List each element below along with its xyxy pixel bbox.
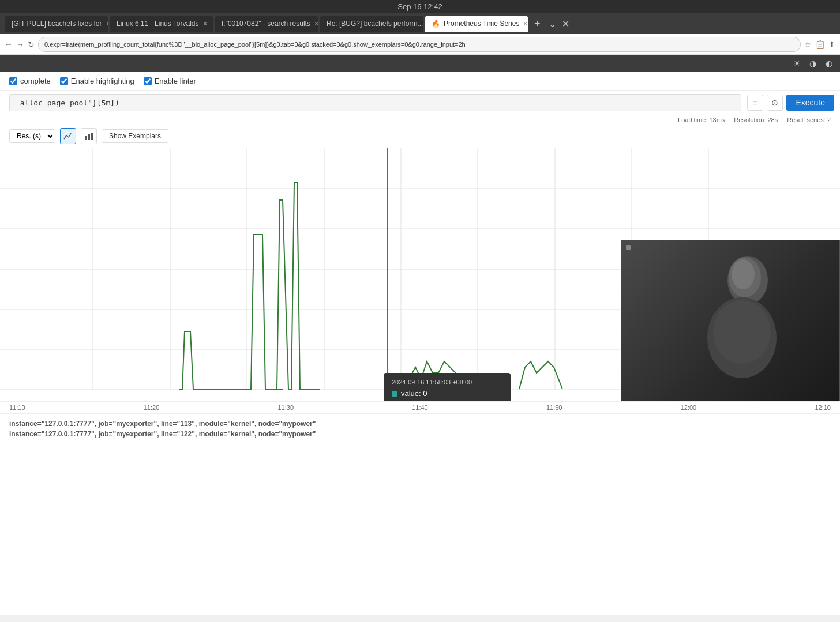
- autocomplete-checkbox[interactable]: [9, 77, 17, 85]
- close-window-button[interactable]: ✕: [562, 18, 569, 29]
- bookmark-button[interactable]: ☆: [804, 40, 812, 49]
- linter-label: Enable linter: [155, 77, 196, 85]
- theme-contrast-icon[interactable]: ◐: [823, 57, 835, 70]
- page-content: complete Enable highlighting Enable lint…: [0, 72, 840, 615]
- highlighting-checkbox[interactable]: [60, 77, 68, 85]
- format-button[interactable]: ≡: [747, 95, 763, 111]
- video-indicator: [626, 245, 631, 250]
- new-tab-button[interactable]: +: [530, 18, 545, 30]
- title-bar: Sep 16 12:42: [0, 0, 840, 13]
- prometheus-fire-icon: 🔥: [432, 20, 440, 28]
- series-list: instance="127.0.0.1:7777", job="myexport…: [0, 414, 840, 444]
- theme-light-icon[interactable]: ☀: [790, 57, 803, 70]
- query-input-wrapper[interactable]: _alloc_page_pool"}[5m]): [9, 94, 741, 111]
- series-text-2: instance="127.0.0.1:7777", job="myexport…: [9, 430, 316, 438]
- reading-list-button[interactable]: 📋: [815, 40, 825, 49]
- tab-4-label: Re: [BUG?] bcachefs perform...: [327, 20, 423, 28]
- load-time: Load time: 13ms: [678, 116, 725, 123]
- controls-bar: Res. (s) Show Exemplars: [0, 125, 840, 148]
- svg-rect-0: [85, 136, 87, 140]
- bar-chart-icon: [84, 131, 93, 141]
- tab-2-close[interactable]: ✕: [202, 20, 208, 28]
- resolution: Resolution: 28s: [734, 116, 778, 123]
- address-bar: ← → ↻ ☆ 📋 ⬆: [0, 34, 840, 55]
- time-label-1150: 11:50: [546, 404, 562, 411]
- time-axis: 11:10 11:20 11:30 11:40 11:50 12:00 12:1…: [0, 402, 840, 414]
- chart-container: + 2024-09-16 11:58:03 +08:00 value: 0 Se…: [0, 148, 840, 402]
- tab-2[interactable]: Linux 6.11 - Linus Torvalds ✕: [110, 16, 213, 32]
- tab-3[interactable]: f:"00107082" - search results ✕: [215, 16, 318, 32]
- browser-toolbar: ☀ ◑ ◐: [0, 55, 840, 72]
- line-chart-button[interactable]: [60, 128, 76, 144]
- show-exemplars-button[interactable]: Show Exemplars: [102, 129, 168, 143]
- execute-button[interactable]: Execute: [786, 95, 834, 111]
- forward-button[interactable]: →: [16, 40, 24, 49]
- autocomplete-option: complete: [9, 77, 51, 85]
- browser-window: Sep 16 12:42 [GIT PULL] bcachefs fixes f…: [0, 0, 840, 72]
- tooltip-time: 2024-09-16 11:58:03 +08:00: [392, 379, 502, 386]
- autocomplete-label: complete: [20, 77, 51, 85]
- result-series: Result series: 2: [787, 116, 831, 123]
- highlighting-option: Enable highlighting: [60, 77, 134, 85]
- share-button[interactable]: ⬆: [828, 40, 835, 49]
- tab-5-prometheus[interactable]: 🔥 Prometheus Time Series ✕: [425, 16, 528, 32]
- tooltip-color-dot: [392, 391, 397, 397]
- svg-point-22: [713, 300, 771, 364]
- tab-3-label: f:"00107082" - search results: [222, 20, 310, 28]
- query-text: _alloc_page_pool"}[5m]): [16, 99, 119, 107]
- chart-tooltip: 2024-09-16 11:58:03 +08:00 value: 0 Seri…: [384, 373, 511, 402]
- time-label-1120: 11:20: [144, 404, 160, 411]
- svg-rect-2: [91, 133, 93, 140]
- theme-dark-icon[interactable]: ◑: [807, 57, 819, 70]
- series-text-1: instance="127.0.0.1:7777", job="myexport…: [9, 420, 316, 428]
- linter-option: Enable linter: [144, 77, 196, 85]
- person-silhouette: [673, 246, 788, 395]
- time-label-1140: 11:40: [412, 404, 428, 411]
- tab-1-close[interactable]: ✕: [106, 20, 108, 28]
- video-overlay: [621, 240, 840, 401]
- tab-5-label: Prometheus Time Series: [444, 20, 519, 28]
- series-item-1: instance="127.0.0.1:7777", job="myexport…: [9, 419, 831, 429]
- tab-3-close[interactable]: ✕: [314, 20, 318, 28]
- time-label-1130: 11:30: [278, 404, 294, 411]
- tab-overflow-button[interactable]: ⌄: [546, 18, 558, 29]
- highlighting-label: Enable highlighting: [71, 77, 134, 85]
- back-button[interactable]: ←: [5, 40, 13, 49]
- video-content: [621, 240, 839, 401]
- bar-chart-button[interactable]: [81, 128, 97, 144]
- svg-point-24: [732, 259, 755, 289]
- series-item-2: instance="127.0.0.1:7777", job="myexport…: [9, 429, 831, 439]
- time-label-1110: 11:10: [9, 404, 25, 411]
- time-label-1200: 12:00: [681, 404, 697, 411]
- page-title: Sep 16 12:42: [397, 2, 442, 11]
- line-chart-icon: [63, 131, 73, 141]
- tab-1[interactable]: [GIT PULL] bcachefs fixes for ✕: [5, 16, 108, 32]
- query-area: _alloc_page_pool"}[5m]) ≡ ⊙ Execute: [0, 91, 840, 115]
- status-bar: Load time: 13ms Resolution: 28s Result s…: [0, 115, 840, 125]
- refresh-button[interactable]: ↻: [28, 40, 35, 49]
- tab-4[interactable]: Re: [BUG?] bcachefs perform... ✕: [320, 16, 423, 32]
- svg-rect-1: [88, 134, 90, 140]
- options-bar: complete Enable highlighting Enable lint…: [0, 72, 840, 91]
- resolution-select[interactable]: Res. (s): [9, 129, 55, 143]
- tab-2-label: Linux 6.11 - Linus Torvalds: [117, 20, 199, 28]
- address-input[interactable]: [38, 37, 801, 52]
- tooltip-value-text: value: 0: [401, 389, 427, 398]
- tab-bar: [GIT PULL] bcachefs fixes for ✕ Linux 6.…: [0, 13, 840, 34]
- time-label-1210: 12:10: [815, 404, 831, 411]
- tooltip-value: value: 0: [392, 389, 502, 398]
- linter-checkbox[interactable]: [144, 77, 152, 85]
- tab-1-label: [GIT PULL] bcachefs fixes for: [12, 20, 102, 28]
- metrics-explorer-button[interactable]: ⊙: [767, 95, 783, 111]
- query-actions: ≡ ⊙ Execute: [741, 95, 840, 111]
- tab-5-close[interactable]: ✕: [523, 20, 528, 28]
